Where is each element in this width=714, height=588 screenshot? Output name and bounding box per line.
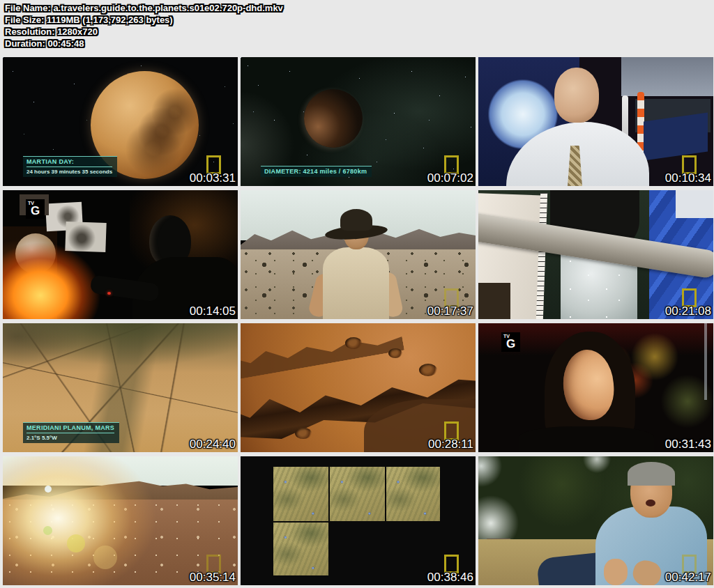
- crater: [419, 364, 437, 376]
- thumbnail-cracked-terrain: MERIDIANI PLANUM, MARS 2.1°S 5.5°W 00:24…: [3, 323, 238, 452]
- tile-mosaic-scene: [241, 456, 476, 585]
- resolution-value: 1280x720: [57, 26, 98, 37]
- sun-glow: [3, 456, 156, 585]
- thumbnail-mars-globe: MARTIAN DAY: 24 hours 39 minutes 35 seco…: [3, 57, 238, 186]
- control-room-scene: [478, 57, 713, 186]
- caption-title: MARTIAN DAY:: [26, 158, 112, 167]
- ice-cutting-scene: [478, 190, 713, 319]
- outdoor-scene: [478, 456, 713, 585]
- person-mouth: [646, 500, 655, 506]
- dirt-patch: [478, 283, 510, 319]
- thumbnail-outdoor-interview: 00:42:17: [478, 456, 713, 585]
- timestamp: 00:17:37: [427, 304, 473, 318]
- rating-g-text: G: [26, 204, 45, 218]
- thumbnail-ice-core-saw: 00:21:08: [478, 190, 713, 319]
- duration-line: Duration: 00:45:48: [5, 38, 283, 49]
- duration-value: 00:45:48: [47, 38, 84, 49]
- timestamp: 00:42:17: [665, 571, 711, 585]
- solar-panel-model: [644, 113, 708, 161]
- info-caption: MARTIAN DAY: 24 hours 39 minutes 35 seco…: [23, 156, 117, 177]
- crater: [388, 348, 402, 358]
- monitor: [621, 57, 713, 96]
- file-name-label: File Name:: [5, 3, 51, 13]
- file-size-label: File Size:: [5, 15, 44, 25]
- timestamp: 00:28:11: [428, 438, 473, 451]
- sunrise-scene: [3, 456, 238, 585]
- timestamp: 00:07:02: [427, 171, 473, 185]
- person-shirt: [323, 247, 389, 319]
- satellite-image-tile: [273, 523, 328, 575]
- stars: [3, 57, 3, 58]
- resolution-label: Resolution:: [5, 26, 55, 37]
- ridge: [241, 323, 404, 380]
- crater: [295, 428, 312, 439]
- lens-flare: [43, 526, 52, 535]
- satellite-image-tile: [330, 467, 385, 521]
- lens-flare: [67, 534, 85, 552]
- person-head: [554, 68, 599, 123]
- thumbnail-scientist-interview: 00:10:34: [478, 57, 713, 186]
- thumbnail-woman-warm-light: TV G 00:31:43: [478, 323, 713, 452]
- desert-scene: [241, 190, 476, 319]
- light-strip: [704, 323, 707, 400]
- timestamp: 00:24:40: [190, 438, 236, 451]
- sun-projection: [3, 242, 100, 319]
- caption-subtitle: 24 hours 39 minutes 35 seconds: [26, 169, 112, 175]
- caption-title: MERIDIANI PLANUM, MARS: [26, 424, 114, 433]
- cowboy-hat-crown: [340, 209, 372, 231]
- lens-flare: [93, 546, 117, 569]
- thumbnail-dark-room-projections: TV G 00:14:05: [3, 190, 238, 319]
- file-size-value: 1119MB (1,173,792,263 bytes): [47, 15, 173, 25]
- thumbnail-satellite-tiles: 00:38:46: [241, 456, 476, 585]
- person-hand: [604, 559, 628, 585]
- satellite-image-tile: [273, 467, 328, 521]
- thumbnail-desert-geologist: 00:17:37: [241, 190, 476, 319]
- caption-subtitle: 2.1°S 5.5°W: [26, 435, 114, 441]
- canyon-scene: [241, 323, 476, 452]
- timestamp: 00:14:05: [190, 304, 236, 318]
- thumbnail-grid: MARTIAN DAY: 24 hours 39 minutes 35 seco…: [3, 57, 713, 585]
- timestamp: 00:31:43: [665, 438, 711, 451]
- controller-light: [107, 292, 111, 295]
- timestamp: 00:21:08: [665, 304, 711, 318]
- rating-g-text: G: [501, 337, 520, 351]
- timestamp: 00:03:31: [190, 171, 236, 185]
- file-size-line: File Size: 1119MB (1,173,792,263 bytes): [5, 14, 283, 26]
- crater: [345, 337, 362, 349]
- thumbnail-mars-canyon-aerial: 00:28:11: [241, 323, 476, 452]
- resolution-line: Resolution: 1280x720: [5, 26, 283, 38]
- timestamp: 00:38:46: [427, 571, 473, 585]
- caption-title: DIAMETER: 4214 miles / 6780km: [264, 168, 367, 175]
- tv-g-rating-badge: TV G: [501, 332, 520, 352]
- floating-screen: [65, 222, 106, 252]
- person-shoulders: [519, 426, 654, 452]
- satellite-image-tile: [386, 467, 440, 521]
- timestamp: 00:35:14: [190, 571, 236, 585]
- duration-label: Duration:: [5, 38, 45, 49]
- white-box: [676, 190, 713, 218]
- lens-flare: [45, 486, 52, 493]
- location-caption: MERIDIANI PLANUM, MARS 2.1°S 5.5°W: [23, 422, 119, 443]
- thumbnail-desert-sunrise: 00:35:14: [3, 456, 238, 585]
- tv-g-rating-badge: TV G: [26, 199, 45, 219]
- person-hair: [628, 462, 675, 486]
- file-name-value: a.travelers.guide.to.the.planets.s01e02.…: [53, 3, 282, 13]
- info-caption: DIAMETER: 4214 miles / 6780km: [261, 166, 372, 177]
- thumbnail-mars-crescent: DIAMETER: 4214 miles / 6780km 00:07:02: [241, 57, 476, 186]
- file-info-header: File Name: a.travelers.guide.to.the.plan…: [5, 2, 283, 49]
- stars: [241, 57, 241, 58]
- mars-crescent: [304, 89, 363, 148]
- timestamp: 00:10:34: [665, 171, 711, 185]
- file-name-line: File Name: a.travelers.guide.to.the.plan…: [5, 2, 283, 14]
